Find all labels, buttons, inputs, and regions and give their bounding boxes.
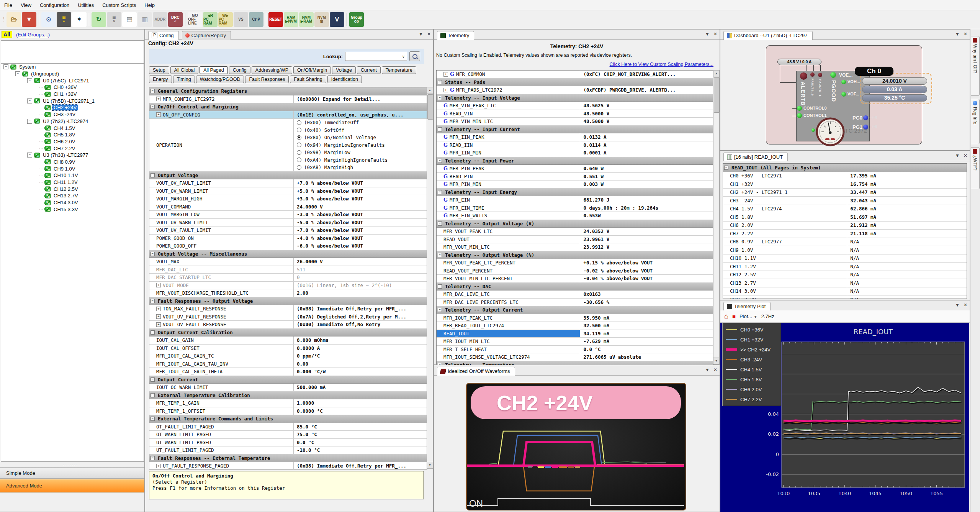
register-row-ch8 0.9v - ltc2977[interactable]: CH8 0.9V - LTC2977N/A	[723, 238, 967, 246]
tree-item-ch12-2-5v[interactable]: ···SOCH12 2.5V	[1, 185, 144, 192]
register-row-mfr_iout_cal_gain_theta[interactable]: MFR_IOUT_CAL_GAIN_THETA0.000 °C/W	[149, 368, 427, 376]
alertb-led[interactable]	[800, 72, 807, 80]
register-value[interactable]: 0.0001 A	[580, 150, 713, 156]
register-row-ch10 1.1v[interactable]: CH10 1.1VN/A	[723, 254, 967, 263]
register-row-mfr_dac_live_percentfs_ltc[interactable]: MFR_DAC_LIVE_PERCENTFS_LTC-30.656 %	[437, 299, 713, 307]
section-header[interactable]: −READ_IOUT (All Pages in System)	[723, 164, 967, 172]
register-row-ch15 3.3v[interactable]: CH15 3.3VN/A	[723, 295, 967, 299]
subtab-all-global[interactable]: All Global	[170, 66, 199, 74]
side-tab-wtf[interactable]: ¿WTF?	[971, 147, 980, 189]
register-row-mfr_vin_peak_ltc[interactable]: GMFR_VIN_PEAK_LTC48.5625 V	[437, 102, 713, 110]
register-row-mfr_vin_min_ltc[interactable]: GMFR_VIN_MIN_LTC48.5000 V	[437, 118, 713, 126]
tab-capture-replay[interactable]: Capture/Replay	[182, 31, 231, 40]
register-row-read_iout[interactable]: READ_IOUT34.119 mA	[437, 330, 713, 338]
register-value[interactable]: -30.656 %	[580, 299, 713, 305]
rails-panel-close-icon[interactable]: ✕	[964, 153, 967, 158]
register-row-ch14 3.0v[interactable]: CH14 3.0VN/A	[723, 287, 967, 296]
register-row-ch5 1.8v[interactable]: CH5 1.8V51.697 mA	[723, 213, 967, 222]
register-value[interactable]: 62.866 mA	[847, 206, 967, 212]
register-row-mfr_iin_min[interactable]: GMFR_IIN_MIN0.0001 A	[437, 149, 713, 157]
register-row-ch9 1.0v[interactable]: CH9 1.0VN/A	[723, 246, 967, 254]
register-row-mfr_dac_startup_ltc[interactable]: MFR_DAC_STARTUP_LTC0	[149, 274, 427, 282]
register-value[interactable]: 2.00	[294, 290, 427, 296]
subtab-setup[interactable]: Setup	[149, 66, 169, 74]
register-row-iout_oc_warn_limit[interactable]: IOUT_OC_WARN_LIMIT500.000 mA	[149, 384, 427, 392]
subtab-energy[interactable]: Energy	[149, 75, 172, 83]
find-chip-icon[interactable]: ⊙	[41, 12, 56, 27]
tab-config[interactable]: P Config	[148, 31, 179, 40]
config-scrollbar[interactable]: ▲ ▼	[427, 87, 433, 469]
tree-item-ch2-24v[interactable]: ···SOCH2 +24V	[1, 104, 144, 111]
register-value[interactable]: 85.0 °C	[294, 424, 427, 430]
register-value[interactable]: N/A	[847, 297, 967, 299]
lookup-search-button[interactable]	[409, 51, 420, 61]
register-row-read_iin[interactable]: GREAD_IIN0.0114 A	[437, 141, 713, 149]
legend-item-CH5-1-8V[interactable]: CH5 1.8V	[723, 374, 781, 384]
tab-waveforms[interactable]: Idealized On/Off Waveforms	[437, 367, 515, 376]
expand-icon[interactable]: +	[156, 464, 161, 468]
register-row-vout_uv_fault_response[interactable]: +VOUT_UV_FAULT_RESPONSE(0x7A) Deglitched…	[149, 313, 427, 321]
register-value[interactable]: 0 ppm/°C	[294, 353, 427, 359]
register-row-mfr_dac_ltc[interactable]: MFR_DAC_LTC511	[149, 266, 427, 274]
section-header[interactable]: −Telemetry -- Output Voltage (%)	[437, 251, 713, 259]
menu-item-help[interactable]: Help	[140, 1, 159, 10]
tree-item-u0-7h5c-ltc2971[interactable]: −SOU0 (7h5C) -LTC2971	[1, 77, 144, 84]
tab-plot[interactable]: Telemetry Plot	[723, 302, 771, 311]
remove-chip-icon[interactable]: ▦✕	[107, 12, 121, 27]
legend-item-CH3-24V[interactable]: CH3 -24V	[723, 354, 781, 364]
register-row-ch12 2.5v[interactable]: CH12 2.5VN/A	[723, 271, 967, 279]
tree-item-u2-7h32-ltc2974[interactable]: −SOU2 (7h32) -LTC2974	[1, 118, 144, 125]
register-row-vout_mode[interactable]: +VOUT_MODE(0x16) Linear, 1sb_size = 2^(-…	[149, 282, 427, 290]
register-value[interactable]: +3.0 % above/below VOUT	[294, 196, 427, 202]
register-row-power_good_off[interactable]: POWER_GOOD_OFF-6.0 % above/below VOUT	[149, 242, 427, 250]
section-header[interactable]: −Status -- Pads	[437, 79, 713, 87]
collapse-icon[interactable]: −	[151, 252, 155, 256]
collapse-icon[interactable]: −	[151, 89, 155, 93]
register-value[interactable]: 16.754 mA	[847, 181, 967, 187]
register-value[interactable]: 17.395 mA	[847, 173, 967, 179]
radio-icon[interactable]	[297, 165, 301, 170]
rails-panel-menu-icon[interactable]: ▼	[955, 153, 960, 158]
register-value[interactable]: (0x16) Linear, 1sb_size = 2^(-10)	[294, 282, 427, 288]
register-value[interactable]: N/A	[847, 247, 967, 253]
collapse-icon[interactable]: −	[151, 417, 155, 421]
section-header[interactable]: −External Temperature Calibration	[149, 392, 427, 400]
subtab-temperature[interactable]: Temperature	[382, 66, 416, 74]
register-value[interactable]: -7.0 % above/below VOUT	[294, 227, 427, 233]
simple-mode-button[interactable]: Simple Mode	[0, 467, 144, 479]
register-row-mfr_vout_peak_ltc[interactable]: MFR_VOUT_PEAK_LTC24.0352 V	[437, 228, 713, 236]
tree-item-ch7-2-2v[interactable]: ···SOCH7 2.2V	[1, 145, 144, 152]
register-row-vout_margin_high[interactable]: VOUT_MARGIN_HIGH+3.0 % above/below VOUT	[149, 195, 427, 203]
register-value[interactable]: 0.0114 A	[580, 142, 713, 148]
register-row-ch13 2.7v[interactable]: CH13 2.7VN/A	[723, 279, 967, 287]
section-header[interactable]: −Telemetry -- Input Power	[437, 157, 713, 165]
radio-icon[interactable]	[297, 128, 301, 132]
register-row-ut_fault_limit_paged[interactable]: UT_FAULT_LIMIT_PAGED-10.0 °C	[149, 446, 427, 455]
waveform-panel-menu-icon[interactable]: ▼	[705, 367, 710, 373]
tree-expander-icon[interactable]: −	[27, 119, 32, 124]
register-value[interactable]: (0x7A) Deglitched Off,2,Retry per M...	[294, 314, 427, 320]
collapse-icon[interactable]: −	[438, 96, 442, 100]
expand-icon[interactable]: +	[156, 283, 161, 287]
register-row-mfr_iout_peak_ltc[interactable]: MFR_IOUT_PEAK_LTC35.950 mA	[437, 314, 713, 322]
register-value[interactable]: 0.003 W	[580, 181, 713, 187]
register-value[interactable]: +0.15 % above/below VOUT	[580, 260, 713, 266]
register-row-ch4 1.5v - ltc2974[interactable]: CH4 1.5V - LTC297462.866 mA	[723, 205, 967, 213]
register-value[interactable]: 32.500 mA	[580, 323, 713, 328]
section-header[interactable]: −Telemetry -- Input Current	[437, 126, 713, 134]
register-value[interactable]: -3.0 % above/below VOUT	[294, 212, 427, 217]
ram-to-nvm-icon[interactable]: RAM▶NVM	[284, 12, 298, 27]
write-pc-ram-icon[interactable]: W▶PC RAM	[218, 12, 233, 27]
tab-rails[interactable]: [16 rails] READ_IOUT	[723, 153, 788, 161]
radio-option[interactable]: (0x98) MarginLow	[297, 149, 427, 156]
register-row-ut_warn_limit_paged[interactable]: UT_WARN_LIMIT_PAGED0.0 °C	[149, 439, 427, 447]
section-header[interactable]: −Output Voltage	[149, 172, 427, 180]
tree-item-ch3-24v[interactable]: ···SOCH3 -24V	[1, 111, 144, 118]
register-row-mfr_read_iout_ltc2974[interactable]: MFR_READ_IOUT_LTC297432.500 mA	[437, 322, 713, 330]
tree-expander-icon[interactable]: −	[3, 64, 8, 69]
register-value[interactable]: 1.0000	[294, 400, 427, 406]
register-row-on_off_config[interactable]: +ON_OFF_CONFIG(0x1E) controlled_on, use_…	[149, 111, 427, 119]
legend-item-CH4-1-5V[interactable]: CH4 1.5V	[723, 364, 781, 374]
section-header[interactable]: −Output Current	[149, 376, 427, 384]
legend-item--CH2-24V[interactable]: >> CH2 +24V	[723, 345, 781, 354]
